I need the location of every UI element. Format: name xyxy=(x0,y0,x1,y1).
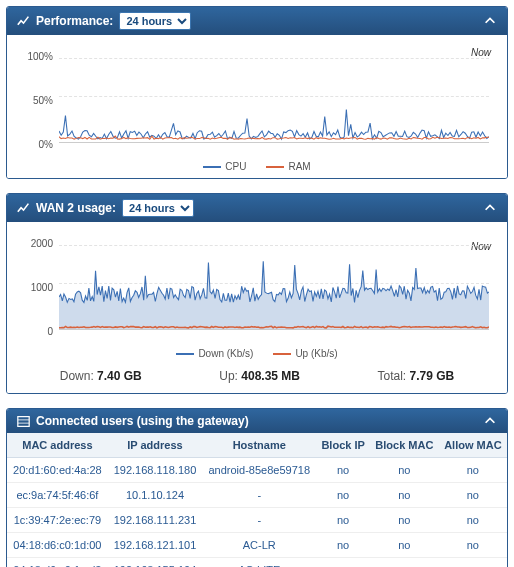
collapse-icon[interactable] xyxy=(483,414,497,428)
legend-ram: RAM xyxy=(288,161,310,172)
performance-chart: 100% 50% 0% Now xyxy=(21,47,493,157)
users-header: Connected users (using the gateway) xyxy=(7,409,507,433)
cell-allow-mac[interactable]: no xyxy=(439,483,507,508)
table-row: 04:18:d6:c0:1e:d3192.168.155.104AC-LITEn… xyxy=(7,558,507,568)
cell-host: AC-LITE xyxy=(202,558,316,568)
col-host[interactable]: Hostname xyxy=(202,433,316,458)
table-row: ec:9a:74:5f:46:6f10.1.10.124-nonono xyxy=(7,483,507,508)
performance-panel: Performance: 24 hours 100% 50% 0% Now C xyxy=(6,6,508,179)
cell-mac[interactable]: 20:d1:60:ed:4a:28 xyxy=(7,458,108,483)
down-label: Down: xyxy=(60,369,94,383)
legend-down: Down (Kb/s) xyxy=(198,348,253,359)
performance-plot xyxy=(59,49,489,143)
cell-block-mac[interactable]: no xyxy=(370,558,439,568)
col-allow-mac[interactable]: Allow MAC xyxy=(439,433,507,458)
performance-body: 100% 50% 0% Now CPU RAM xyxy=(7,35,507,178)
cell-ip[interactable]: 192.168.111.231 xyxy=(108,508,202,533)
cell-host: AC-LR xyxy=(202,533,316,558)
total-label: Total: xyxy=(378,369,407,383)
wan-plot xyxy=(59,236,489,330)
cell-ip[interactable]: 192.168.155.104 xyxy=(108,558,202,568)
collapse-icon[interactable] xyxy=(483,201,497,215)
performance-title: Performance: xyxy=(36,14,113,28)
wan-panel: WAN 2 usage: 24 hours 2000 1000 0 Now xyxy=(6,193,508,394)
ytick: 0 xyxy=(21,325,53,336)
col-mac[interactable]: MAC address xyxy=(7,433,108,458)
cell-ip[interactable]: 192.168.118.180 xyxy=(108,458,202,483)
cell-host: - xyxy=(202,483,316,508)
table-icon xyxy=(17,415,30,428)
wan-title: WAN 2 usage: xyxy=(36,201,116,215)
cell-block-ip[interactable]: no xyxy=(316,458,370,483)
cell-allow-mac[interactable]: no xyxy=(439,558,507,568)
users-header-row: MAC address IP address Hostname Block IP… xyxy=(7,433,507,458)
col-block-ip[interactable]: Block IP xyxy=(316,433,370,458)
collapse-icon[interactable] xyxy=(483,14,497,28)
up-value: 408.35 MB xyxy=(241,369,300,383)
chart-icon xyxy=(17,15,30,28)
legend-up: Up (Kb/s) xyxy=(295,348,337,359)
ytick: 0% xyxy=(21,138,53,149)
performance-header: Performance: 24 hours xyxy=(7,7,507,35)
down-value: 7.40 GB xyxy=(97,369,142,383)
cell-host: - xyxy=(202,508,316,533)
ytick: 1000 xyxy=(21,281,53,292)
cell-allow-mac[interactable]: no xyxy=(439,458,507,483)
ytick: 50% xyxy=(21,94,53,105)
legend-cpu: CPU xyxy=(225,161,246,172)
cell-block-mac[interactable]: no xyxy=(370,533,439,558)
cell-block-ip[interactable]: no xyxy=(316,558,370,568)
ytick: 100% xyxy=(21,50,53,61)
table-row: 04:18:d6:c0:1d:00192.168.121.101AC-LRnon… xyxy=(7,533,507,558)
performance-sparkline xyxy=(59,49,489,142)
users-title: Connected users (using the gateway) xyxy=(36,414,249,428)
cell-block-mac[interactable]: no xyxy=(370,483,439,508)
wan-sparkline xyxy=(59,236,489,329)
wan-chart: 2000 1000 0 Now xyxy=(21,234,493,344)
chart-icon xyxy=(17,202,30,215)
performance-range-select[interactable]: 24 hours xyxy=(119,12,191,30)
col-ip[interactable]: IP address xyxy=(108,433,202,458)
users-table: MAC address IP address Hostname Block IP… xyxy=(7,433,507,567)
performance-legend: CPU RAM xyxy=(21,161,493,172)
users-body: MAC address IP address Hostname Block IP… xyxy=(7,433,507,567)
svg-rect-1 xyxy=(18,416,29,426)
cell-ip[interactable]: 10.1.10.124 xyxy=(108,483,202,508)
table-row: 1c:39:47:2e:ec:79192.168.111.231-nonono xyxy=(7,508,507,533)
table-row: 20:d1:60:ed:4a:28192.168.118.180android-… xyxy=(7,458,507,483)
cell-ip[interactable]: 192.168.121.101 xyxy=(108,533,202,558)
svg-marker-0 xyxy=(59,261,489,329)
cell-mac[interactable]: 04:18:d6:c0:1e:d3 xyxy=(7,558,108,568)
wan-body: 2000 1000 0 Now Down (Kb/s) Up (Kb/s) Do… xyxy=(7,222,507,393)
wan-header: WAN 2 usage: 24 hours xyxy=(7,194,507,222)
cell-mac[interactable]: ec:9a:74:5f:46:6f xyxy=(7,483,108,508)
wan-stats: Down: 7.40 GB Up: 408.35 MB Total: 7.79 … xyxy=(21,369,493,387)
col-block-mac[interactable]: Block MAC xyxy=(370,433,439,458)
ytick: 2000 xyxy=(21,237,53,248)
total-value: 7.79 GB xyxy=(410,369,455,383)
cell-host: android-85e8e59718 xyxy=(202,458,316,483)
cell-block-ip[interactable]: no xyxy=(316,483,370,508)
cell-mac[interactable]: 1c:39:47:2e:ec:79 xyxy=(7,508,108,533)
cell-block-ip[interactable]: no xyxy=(316,508,370,533)
users-panel: Connected users (using the gateway) MAC … xyxy=(6,408,508,567)
cell-allow-mac[interactable]: no xyxy=(439,508,507,533)
cell-block-mac[interactable]: no xyxy=(370,508,439,533)
wan-legend: Down (Kb/s) Up (Kb/s) xyxy=(21,348,493,359)
cell-allow-mac[interactable]: no xyxy=(439,533,507,558)
up-label: Up: xyxy=(219,369,238,383)
cell-mac[interactable]: 04:18:d6:c0:1d:00 xyxy=(7,533,108,558)
wan-range-select[interactable]: 24 hours xyxy=(122,199,194,217)
cell-block-mac[interactable]: no xyxy=(370,458,439,483)
cell-block-ip[interactable]: no xyxy=(316,533,370,558)
